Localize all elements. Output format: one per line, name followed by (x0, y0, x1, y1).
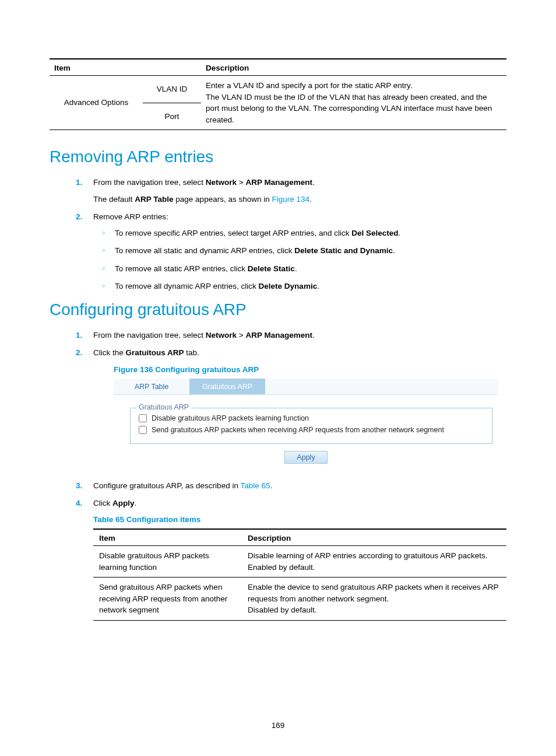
step-text: From the navigation tree, select Network… (93, 177, 506, 188)
step-text: From the navigation tree, select Network… (93, 330, 506, 341)
section1-steps: 1.From the navigation tree, select Netwo… (93, 177, 506, 292)
step-item: 2.Click the Gratuitous ARP tab. (93, 347, 506, 359)
heading-removing-arp: Removing ARP entries (50, 148, 506, 166)
apply-button[interactable]: Apply (284, 451, 328, 464)
tab-arp-table[interactable]: ARP Table (114, 379, 189, 394)
cell-group: Advanced Options (50, 76, 143, 130)
sub-bullet-item: To remove all dynamic ARP entries, click… (114, 281, 506, 292)
step-number: 3. (76, 480, 82, 492)
step-item: 1.From the navigation tree, select Netwo… (93, 177, 506, 205)
step-number: 4. (76, 498, 82, 509)
table-caption: Table 65 Configuration items (93, 515, 506, 524)
sub-bullet-item: To remove all static and dynamic ARP ent… (114, 245, 506, 257)
step-number: 1. (76, 177, 82, 188)
checkbox-disable-learning[interactable] (139, 414, 147, 422)
brow1-item: Send gratuitous ARP packets when receivi… (93, 578, 242, 621)
cross-ref-link[interactable]: Figure 134 (272, 195, 309, 204)
checkbox-send-garp-label: Send gratuitous ARP packets when receivi… (152, 426, 444, 434)
advanced-options-table: Item Description Advanced Options VLAN I… (50, 58, 506, 130)
bth-item: Item (93, 529, 242, 546)
step-item: 2.Remove ARP entries:To remove specific … (93, 211, 506, 292)
gratuitous-arp-screenshot: ARP Table Gratuitous ARP Gratuitous ARP … (114, 379, 498, 464)
step-text: The default ARP Table page appears, as s… (93, 194, 506, 205)
th-item: Item (50, 59, 201, 76)
cross-ref-link[interactable]: Table 65 (240, 481, 270, 490)
cell-sub-vlan: VLAN ID (143, 76, 201, 103)
step-item: 4.Click Apply. (93, 498, 506, 509)
brow0-item: Disable gratuitous ARP packets learning … (93, 546, 242, 578)
checkbox-send-garp-row[interactable]: Send gratuitous ARP packets when receivi… (139, 426, 484, 434)
brow0-desc: Disable learning of ARP entries accordin… (242, 546, 506, 578)
step-text: Click Apply. (93, 498, 506, 509)
cell-desc: Enter a VLAN ID and specify a port for t… (201, 76, 506, 130)
step-number: 1. (76, 330, 82, 341)
bth-desc: Description (242, 529, 506, 546)
checkbox-send-garp[interactable] (139, 426, 147, 434)
section2-steps-a: 1.From the navigation tree, select Netwo… (93, 330, 506, 359)
step-text: Configure gratuitous ARP, as described i… (93, 480, 506, 492)
th-desc: Description (201, 59, 506, 76)
step-text: Remove ARP entries: (93, 211, 506, 223)
brow1-desc: Enable the device to send gratuitous ARP… (242, 578, 506, 621)
step-item: 1.From the navigation tree, select Netwo… (93, 330, 506, 341)
gratuitous-arp-fieldset: Gratuitous ARP Disable gratuitous ARP pa… (130, 408, 492, 444)
checkbox-disable-learning-row[interactable]: Disable gratuitous ARP packets learning … (139, 414, 484, 422)
figure-caption: Figure 136 Configuring gratuitous ARP (114, 365, 506, 374)
config-items-table: Item Description Disable gratuitous ARP … (93, 528, 506, 621)
sub-bullet-item: To remove all static ARP entries, click … (114, 263, 506, 275)
checkbox-disable-learning-label: Disable gratuitous ARP packets learning … (152, 414, 309, 422)
step-number: 2. (76, 211, 82, 223)
heading-configuring-garp: Configuring gratuitous ARP (50, 300, 506, 319)
step-item: 3.Configure gratuitous ARP, as described… (93, 480, 506, 492)
tab-gratuitous-arp[interactable]: Gratuitous ARP (189, 379, 265, 394)
section2-steps-b: 3.Configure gratuitous ARP, as described… (93, 480, 506, 510)
cell-sub-port: Port (143, 103, 201, 130)
fieldset-legend: Gratuitous ARP (136, 403, 191, 411)
step-text: Click the Gratuitous ARP tab. (93, 347, 506, 359)
step-number: 2. (76, 347, 82, 359)
tabs: ARP Table Gratuitous ARP (114, 379, 498, 395)
sub-bullet-item: To remove specific ARP entries, select t… (114, 228, 506, 239)
page-number: 169 (0, 721, 556, 730)
sub-bullet-list: To remove specific ARP entries, select t… (114, 228, 506, 292)
